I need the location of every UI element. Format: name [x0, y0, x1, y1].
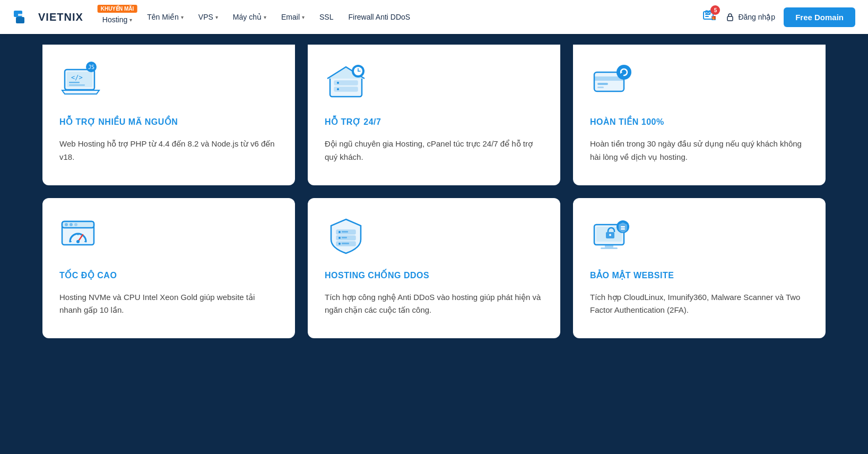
svg-rect-15 — [69, 84, 85, 86]
main-content: </> JS HỖ TRỢ NHIỀU MÃ NGUỒN Web Hosting… — [0, 34, 868, 372]
features-row2: TỐC ĐỘ CAO Hosting NVMe và CPU Intel Xeo… — [42, 198, 826, 339]
speed-icon — [59, 215, 102, 258]
navbar: VIETNIX KHUYẾN MÃI Hosting ▾ Tên Miền ▾ … — [0, 0, 868, 34]
nav-vps-label: VPS — [198, 13, 213, 21]
svg-rect-18 — [330, 76, 362, 97]
card-code-support: </> JS HỖ TRỢ NHIỀU MÃ NGUỒN Web Hosting… — [42, 45, 295, 185]
features-row1: </> JS HỖ TRỢ NHIỀU MÃ NGUỒN Web Hosting… — [42, 45, 826, 185]
support-icon — [325, 62, 367, 104]
card-refund-title: HOÀN TIỀN 100% — [590, 117, 809, 127]
card-speed: TỐC ĐỘ CAO Hosting NVMe và CPU Intel Xeo… — [42, 198, 295, 339]
card-security-desc: Tích hợp CloudLinux, Imunify360, Malware… — [590, 291, 809, 318]
nav-firewall-label: Firewall Anti DDoS — [348, 13, 410, 21]
card-ddos: HOSTING CHỐNG DDOS Tích hợp công nghệ An… — [308, 198, 560, 339]
svg-text:JS: JS — [88, 64, 94, 70]
nav-item-domain[interactable]: Tên Miền ▾ — [141, 8, 190, 25]
svg-rect-6 — [705, 14, 710, 15]
card-code-desc: Web Hosting hỗ trợ PHP từ 4.4 đến 8.2 và… — [59, 138, 278, 164]
nav-item-vps[interactable]: VPS ▾ — [192, 8, 224, 25]
nav-email-label: Email — [281, 13, 300, 21]
svg-rect-7 — [705, 16, 709, 17]
chevron-down-icon: ▾ — [264, 14, 266, 20]
card-support-247: HỖ TRỢ 24/7 Đội ngũ chuyên gia Hosting, … — [308, 45, 560, 185]
svg-rect-59 — [621, 226, 625, 228]
svg-rect-49 — [342, 231, 348, 233]
svg-text:</>: </> — [71, 74, 83, 81]
card-ddos-desc: Tích hợp công nghệ Anti DDoS vào hosting… — [325, 291, 543, 318]
svg-point-47 — [338, 237, 341, 239]
svg-point-48 — [338, 243, 341, 245]
nav-domain-label: Tên Miền — [147, 13, 179, 21]
svg-text:🎁: 🎁 — [711, 15, 716, 20]
lock-icon — [725, 12, 735, 22]
svg-rect-50 — [342, 237, 347, 238]
nav-right: 🎁 5 Đăng nhập Free Domain — [702, 7, 855, 27]
card-support-title: HỖ TRỢ 24/7 — [325, 117, 543, 127]
cart-count: 5 — [710, 5, 720, 15]
chevron-down-icon: ▾ — [215, 14, 218, 20]
nav-item-ssl[interactable]: SSL — [313, 8, 340, 25]
svg-point-35 — [65, 223, 68, 226]
nav-item-firewall[interactable]: Firewall Anti DDoS — [342, 8, 416, 25]
chevron-down-icon: ▾ — [302, 14, 305, 20]
svg-point-22 — [337, 88, 339, 90]
card-security: BẢO MẬT WEBSITE Tích hợp CloudLinux, Imu… — [573, 198, 826, 339]
card-ddos-title: HOSTING CHỐNG DDOS — [325, 270, 543, 280]
svg-rect-29 — [597, 83, 608, 85]
security-icon — [590, 215, 632, 258]
card-refund-desc: Hoàn tiền trong 30 ngày đầu sử dụng nếu … — [590, 138, 809, 164]
svg-point-36 — [70, 223, 73, 226]
logo[interactable]: VIETNIX — [13, 6, 83, 28]
chevron-down-icon: ▾ — [181, 14, 184, 20]
login-label: Đăng nhập — [738, 13, 775, 21]
svg-rect-60 — [621, 228, 625, 230]
nav-item-email[interactable]: Email ▾ — [275, 8, 311, 25]
nav-server-label: Máy chủ — [233, 13, 262, 21]
free-domain-button[interactable]: Free Domain — [784, 7, 855, 27]
svg-point-31 — [617, 65, 631, 80]
card-refund: HOÀN TIỀN 100% Hoàn tiền trong 30 ngày đ… — [573, 45, 826, 185]
card-support-desc: Đội ngũ chuyên gia Hosting, cPanel túc t… — [325, 138, 543, 164]
svg-point-37 — [74, 223, 77, 226]
svg-point-21 — [337, 82, 339, 84]
svg-rect-55 — [601, 247, 618, 249]
card-speed-desc: Hosting NVMe và CPU Intel Xeon Gold giúp… — [59, 291, 278, 318]
card-speed-title: TỐC ĐỘ CAO — [59, 270, 278, 280]
refund-icon — [590, 62, 632, 104]
logo-text: VIETNIX — [38, 11, 83, 23]
hosting-badge: KHUYẾN MÃI — [98, 5, 137, 13]
card-code-title: HỖ TRỢ NHIỀU MÃ NGUỒN — [59, 117, 278, 127]
svg-rect-51 — [342, 243, 349, 244]
cart-icon[interactable]: 🎁 5 — [702, 8, 717, 25]
svg-point-46 — [338, 231, 341, 233]
login-button[interactable]: Đăng nhập — [725, 12, 775, 22]
svg-point-39 — [76, 240, 80, 243]
chevron-down-icon: ▾ — [129, 17, 132, 23]
nav-item-server[interactable]: Máy chủ ▾ — [227, 8, 273, 25]
svg-rect-1 — [16, 17, 24, 23]
nav-items: KHUYẾN MÃI Hosting ▾ Tên Miền ▾ VPS ▾ Má… — [96, 6, 690, 28]
nav-ssl-label: SSL — [319, 13, 333, 21]
ddos-icon — [325, 215, 367, 258]
svg-rect-54 — [605, 245, 613, 247]
nav-item-hosting[interactable]: KHUYẾN MÃI Hosting ▾ — [96, 6, 138, 28]
code-icon: </> JS — [59, 62, 102, 104]
svg-rect-2 — [18, 14, 24, 16]
svg-rect-14 — [69, 82, 80, 83]
nav-hosting-label: Hosting — [102, 15, 127, 24]
svg-rect-10 — [727, 16, 733, 21]
svg-rect-30 — [597, 87, 604, 88]
card-security-title: BẢO MẬT WEBSITE — [590, 270, 809, 280]
logo-icon — [13, 6, 34, 28]
svg-point-57 — [609, 234, 611, 236]
